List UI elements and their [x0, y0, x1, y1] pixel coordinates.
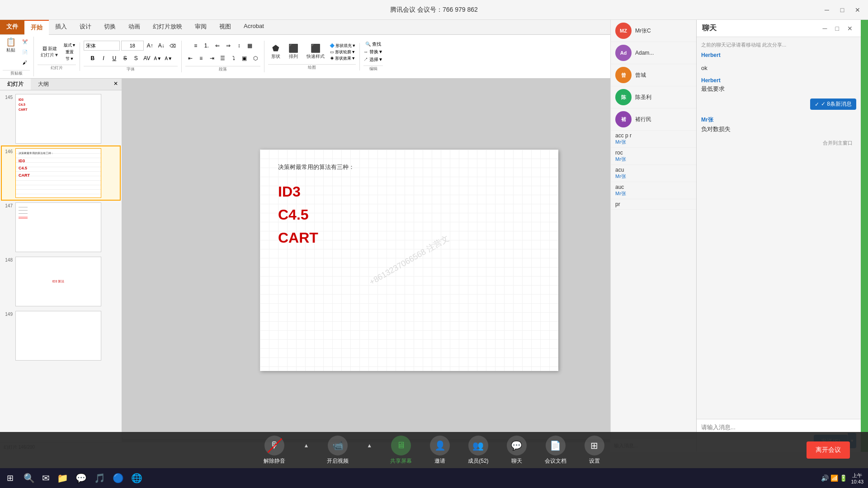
tab-animations[interactable]: 动画	[122, 20, 146, 34]
participant-mr-zhang[interactable]: MZ Mr张C	[611, 20, 696, 42]
align-left-btn[interactable]: ⇤	[185, 53, 195, 63]
participant-zengcheng[interactable]: 曾 曾城	[611, 64, 696, 86]
copy-btn[interactable]: 📄	[20, 47, 30, 57]
reset-btn[interactable]: 重置	[64, 49, 76, 55]
shapes-btn[interactable]: ⬟形状	[268, 43, 283, 61]
toolbar-mute[interactable]: 🎙 解除静音	[264, 436, 285, 465]
smartart-btn[interactable]: ⬡	[250, 53, 260, 63]
tab-slideshow[interactable]: 幻灯片放映	[146, 20, 189, 34]
align-right-btn[interactable]: ⇥	[207, 53, 217, 63]
taskbar-tencent2[interactable]: 🔵	[109, 468, 127, 488]
arrange-btn[interactable]: ⬛排列	[285, 43, 302, 61]
section-btn[interactable]: 节▼	[64, 56, 76, 62]
chat-input[interactable]	[701, 424, 856, 431]
start-button[interactable]: ⊞	[0, 468, 20, 488]
columns-btn[interactable]: ▦	[245, 41, 255, 51]
shapefill-btn[interactable]: 🔷 形状填充▼	[330, 43, 356, 49]
tab-insert[interactable]: 插入	[49, 20, 73, 34]
cut-btn[interactable]: ✂️	[20, 37, 30, 47]
tab-slides[interactable]: 幻灯片	[0, 79, 31, 90]
tab-home[interactable]: 开始	[24, 20, 49, 35]
new-msgs-badge[interactable]: ✓✓ 8条新消息	[810, 99, 856, 110]
bold-btn[interactable]: B	[88, 53, 98, 63]
toolbar-docs[interactable]: 📄 会议文档	[545, 436, 566, 465]
tab-acrobat[interactable]: Acrobat	[237, 20, 270, 34]
layout-btn[interactable]: 版式▼	[64, 42, 76, 48]
indent-left-btn[interactable]: ⇐	[212, 41, 222, 51]
chat-close-btn[interactable]: ✕	[844, 24, 855, 33]
chat-header-controls: ─ □ ✕	[820, 24, 855, 33]
list-number-btn[interactable]: 1.	[202, 41, 212, 51]
font-size-down[interactable]: A↓	[156, 41, 166, 51]
merge-btn[interactable]: 合并到主窗口	[701, 139, 856, 147]
tab-view[interactable]: 视图	[213, 20, 237, 34]
text-align-btn[interactable]: ▣	[240, 53, 250, 63]
toolbar-chat[interactable]: 💬 聊天	[507, 436, 527, 465]
mute-icon: 🎙	[270, 440, 279, 450]
charspacing-btn[interactable]: AV	[142, 53, 152, 63]
text-direction-btn[interactable]: ⤵	[229, 53, 239, 63]
font-name-input[interactable]	[84, 41, 120, 51]
close-button[interactable]: ✕	[852, 4, 863, 16]
maximize-button[interactable]: □	[836, 4, 848, 16]
list-bullet-btn[interactable]: ≡	[191, 41, 201, 51]
font-clear[interactable]: ⌫	[168, 41, 178, 51]
toolbar-video[interactable]: 📹 开启视频	[327, 436, 349, 465]
taskbar-wechat[interactable]: 💬	[72, 468, 90, 488]
shadow-btn[interactable]: S	[131, 53, 141, 63]
participant-zhuxing[interactable]: 褚 褚行民	[611, 108, 696, 131]
slide-panel-close[interactable]: ✕	[110, 79, 122, 90]
toolbar-invite[interactable]: 👤 邀请	[430, 436, 450, 465]
minimize-button[interactable]: ─	[821, 4, 833, 16]
shapeoutline-btn[interactable]: ▭ 形状轮廓▼	[330, 49, 356, 55]
slide-canvas[interactable]: +8613237066568 注营文 决策树最常用的算法有三种： ID3 C4.…	[260, 150, 558, 371]
taskbar-tencent[interactable]: 🎵	[90, 468, 109, 488]
tab-file[interactable]: 文件	[0, 20, 24, 34]
share-icon: 🖥	[396, 440, 406, 450]
leave-meeting-btn[interactable]: 离开会议	[807, 441, 850, 459]
strikethrough-btn[interactable]: S	[120, 53, 130, 63]
taskbar-mail[interactable]: ✉	[38, 468, 53, 488]
tab-review[interactable]: 审阅	[189, 20, 213, 34]
toolbar-video-arrow[interactable]: ▲	[367, 442, 372, 449]
shapeeffect-btn[interactable]: ◈ 形状效果▼	[330, 56, 356, 61]
toolbar-members[interactable]: 👥 成员(52)	[468, 436, 488, 465]
toolbar-settings[interactable]: ⊞ 设置	[585, 436, 604, 465]
tab-transitions[interactable]: 切换	[98, 20, 122, 34]
formatpainter-btn[interactable]: 🖌	[20, 57, 30, 67]
linespace-btn[interactable]: ↕	[234, 41, 244, 51]
taskbar-files[interactable]: 📁	[53, 468, 72, 488]
slide-item-145[interactable]: 145 ID3C4.5CART	[2, 92, 120, 145]
chat-expand-btn[interactable]: □	[833, 24, 842, 33]
quickstyle-btn[interactable]: ⬛快速样式	[303, 43, 328, 61]
tab-outline[interactable]: 大纲	[31, 79, 56, 90]
toolbar-share[interactable]: 🖥 共享屏幕	[390, 436, 412, 465]
new-slide-btn[interactable]: 🖼 新建幻灯片▼	[38, 44, 62, 60]
tab-design[interactable]: 设计	[73, 20, 98, 34]
font-size-up[interactable]: A↑	[145, 41, 155, 51]
participant-adam[interactable]: Ad Adam...	[611, 42, 696, 64]
italic-btn[interactable]: I	[99, 53, 108, 63]
highlight-btn[interactable]: A▼	[164, 53, 174, 63]
font-size-input[interactable]	[121, 41, 144, 51]
slide-item-149[interactable]: 149	[2, 309, 120, 362]
window-title: 腾讯会议 会议号：766 979 862	[390, 6, 478, 14]
paste-btn[interactable]: 📋粘贴	[3, 37, 19, 67]
font-color-btn[interactable]: A▼	[153, 53, 163, 63]
select-btn[interactable]: ↗ 选择▼	[363, 56, 383, 63]
underline-btn[interactable]: U	[109, 53, 119, 63]
align-justify-btn[interactable]: ☰	[218, 53, 228, 63]
replace-btn[interactable]: ↔ 替换▼	[363, 49, 383, 55]
chat-minimize-btn[interactable]: ─	[820, 24, 830, 33]
slide-item-147[interactable]: 147 ————————————————	[2, 201, 120, 254]
indent-right-btn[interactable]: ⇒	[223, 41, 233, 51]
align-center-btn[interactable]: ≡	[196, 53, 206, 63]
toolbar-mute-arrow[interactable]: ▲	[303, 442, 309, 449]
slide-item-146[interactable]: 146 决策树最常用的算法有三种： ID3C4.5CART	[2, 146, 120, 200]
participant-chensheng[interactable]: 陈 陈圣利	[611, 86, 696, 108]
find-btn[interactable]: 🔍 查找	[363, 41, 383, 47]
taskbar-chrome[interactable]: 🌐	[127, 468, 146, 488]
chat-text-loss: 负对数损失	[701, 125, 731, 133]
taskbar-search[interactable]: 🔍	[20, 468, 38, 488]
slide-item-148[interactable]: 148 ID3 算法	[2, 255, 120, 308]
